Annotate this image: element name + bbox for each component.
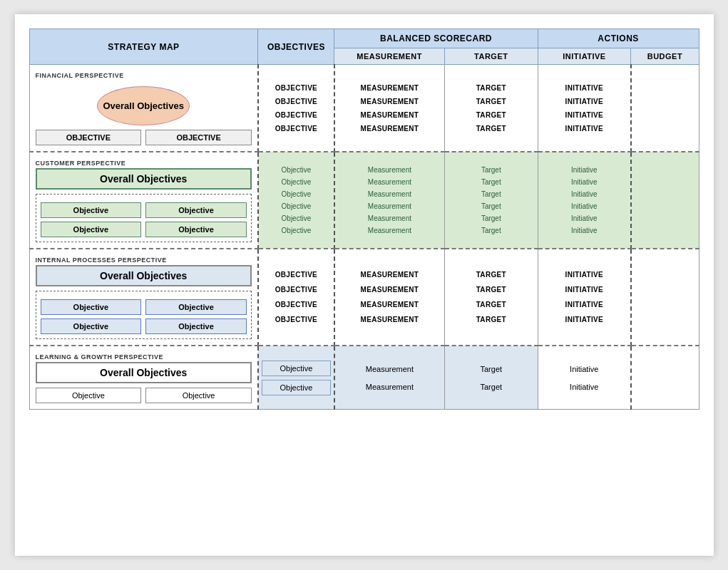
internal-obj4: Objective — [145, 318, 247, 334]
initiative-header: INITIATIVE — [538, 48, 631, 65]
int-obj-r3: OBJECTIVE — [260, 299, 332, 311]
cust-tgt-r2: Target — [446, 177, 536, 187]
int-obj-r1: OBJECTIVE — [260, 269, 332, 281]
int-meas-r3: MEASUREMENT — [337, 299, 443, 311]
learn-obj-r1: Objective — [262, 361, 331, 376]
fin-obj-r2: OBJECTIVE — [260, 95, 332, 108]
fin-meas-r1: MEASUREMENT — [337, 82, 443, 94]
internal-obj1: Objective — [41, 299, 142, 315]
int-obj-r4: OBJECTIVE — [260, 314, 332, 326]
int-init-r3: INITIATIVE — [540, 299, 629, 311]
cust-init-r3: Initiative — [540, 189, 629, 200]
strategy-map-header: STRATEGY MAP — [29, 29, 258, 65]
measurement-header: MEASUREMENT — [334, 48, 445, 65]
bsc-header: BALANCED SCORECARD — [334, 29, 538, 48]
actions-header: ACTIONS — [538, 29, 699, 48]
internal-section: INTERNAL PROCESSES PERSPECTIVE Overall O… — [29, 249, 699, 346]
learn-tgt-r1: Target — [448, 362, 535, 376]
target-header: TARGET — [444, 48, 538, 65]
int-init-r4: INITIATIVE — [540, 314, 629, 326]
fin-obj-r3: OBJECTIVE — [260, 109, 332, 121]
cust-meas-r2: Measurement — [337, 177, 443, 187]
financial-obj2: OBJECTIVE — [145, 130, 252, 145]
fin-tgt-r4: TARGET — [446, 123, 536, 135]
budget-header: BUDGET — [631, 48, 699, 65]
internal-obj3: Objective — [41, 318, 142, 334]
learn-init-r2: Initiative — [541, 380, 627, 394]
customer-inner-dashed: Objective Objective Objective Objective — [36, 194, 252, 242]
financial-obj1: OBJECTIVE — [36, 130, 142, 145]
int-meas-r1: MEASUREMENT — [337, 269, 443, 281]
customer-obj4: Objective — [145, 222, 247, 237]
fin-meas-r2: MEASUREMENT — [337, 95, 443, 108]
cust-obj-r5: Objective — [260, 213, 332, 224]
learn-meas-r1: Measurement — [338, 362, 441, 376]
learn-meas-r2: Measurement — [338, 380, 441, 394]
customer-obj-row1: Objective Objective — [41, 202, 247, 218]
cust-tgt-r1: Target — [446, 165, 536, 175]
learning-obj2: Objective — [145, 388, 252, 403]
customer-label: CUSTOMER PERSPECTIVE — [36, 158, 252, 168]
internal-label: INTERNAL PROCESSES PERSPECTIVE — [36, 255, 252, 265]
int-tgt-r3: TARGET — [446, 299, 536, 311]
cust-obj-r6: Objective — [260, 225, 332, 236]
fin-init-r3: INITIATIVE — [540, 109, 629, 121]
financial-overall-oval: Overall Objectives — [97, 86, 190, 125]
fin-init-r4: INITIATIVE — [540, 123, 629, 135]
learn-init-r1: Initiative — [541, 362, 627, 376]
int-init-r1: INITIATIVE — [540, 269, 629, 281]
cust-obj-r1: Objective — [260, 165, 332, 175]
learn-tgt-r2: Target — [448, 380, 535, 394]
cust-meas-r6: Measurement — [337, 225, 443, 236]
financial-section: FINANCIAL PERSPECTIVE Overall Objectives… — [29, 65, 699, 152]
fin-meas-r3: MEASUREMENT — [337, 109, 443, 121]
cust-tgt-r6: Target — [446, 225, 536, 236]
customer-obj-row2: Objective Objective — [41, 222, 247, 237]
internal-obj-row1: Objective Objective — [41, 299, 247, 315]
customer-obj2: Objective — [145, 202, 247, 218]
cust-tgt-r4: Target — [446, 201, 536, 212]
fin-init-r2: INITIATIVE — [540, 95, 629, 108]
fin-init-r1: INITIATIVE — [540, 82, 629, 94]
int-meas-r4: MEASUREMENT — [337, 314, 443, 326]
learning-label: LEARNING & GROWTH PERSPECTIVE — [36, 352, 252, 362]
main-table: STRATEGY MAP OBJECTIVES BALANCED SCORECA… — [29, 28, 699, 410]
cust-init-r5: Initiative — [540, 213, 629, 224]
customer-overall: Overall Objectives — [36, 168, 252, 190]
objectives-header: OBJECTIVES — [258, 29, 334, 65]
customer-section: CUSTOMER PERSPECTIVE Overall Objectives … — [29, 152, 699, 249]
internal-obj-row2: Objective Objective — [41, 318, 247, 334]
financial-obj-boxes: OBJECTIVE OBJECTIVE — [36, 130, 252, 145]
int-obj-r2: OBJECTIVE — [260, 284, 332, 296]
cust-obj-r2: Objective — [260, 177, 332, 187]
int-tgt-r2: TARGET — [446, 284, 536, 296]
fin-tgt-r1: TARGET — [446, 82, 536, 94]
customer-obj1: Objective — [41, 202, 142, 218]
fin-tgt-r2: TARGET — [446, 95, 536, 108]
cust-meas-r5: Measurement — [337, 213, 443, 224]
internal-overall: Overall Objectives — [36, 265, 252, 286]
fin-meas-r4: MEASUREMENT — [337, 123, 443, 135]
fin-tgt-r3: TARGET — [446, 109, 536, 121]
fin-obj-r1: OBJECTIVE — [260, 82, 332, 94]
customer-obj3: Objective — [41, 222, 142, 237]
cust-tgt-r3: Target — [446, 189, 536, 200]
cust-init-r1: Initiative — [540, 165, 629, 175]
cust-tgt-r5: Target — [446, 213, 536, 224]
int-init-r2: INITIATIVE — [540, 284, 629, 296]
financial-label: FINANCIAL PERSPECTIVE — [36, 71, 252, 81]
fin-obj-r4: OBJECTIVE — [260, 123, 332, 135]
cust-meas-r4: Measurement — [337, 201, 443, 212]
internal-inner-dashed: Objective Objective Objective Objective — [36, 291, 252, 339]
page-container: STRATEGY MAP OBJECTIVES BALANCED SCORECA… — [15, 14, 714, 556]
internal-obj2: Objective — [145, 299, 247, 315]
int-tgt-r4: TARGET — [446, 314, 536, 326]
cust-init-r4: Initiative — [540, 201, 629, 212]
int-meas-r2: MEASUREMENT — [337, 284, 443, 296]
learning-overall: Overall Objectives — [36, 362, 252, 383]
cust-init-r6: Initiative — [540, 225, 629, 236]
cust-obj-r4: Objective — [260, 201, 332, 212]
learn-obj-r2: Objective — [262, 380, 331, 395]
learning-obj-boxes: Objective Objective — [36, 388, 252, 403]
int-tgt-r1: TARGET — [446, 269, 536, 281]
